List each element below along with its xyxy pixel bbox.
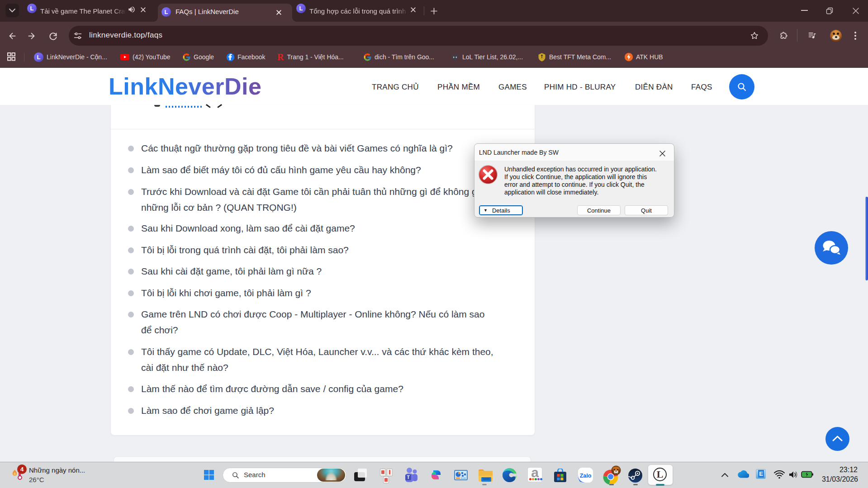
svg-text:T: T [407,475,409,480]
svg-text:Zalo: Zalo [580,473,592,479]
